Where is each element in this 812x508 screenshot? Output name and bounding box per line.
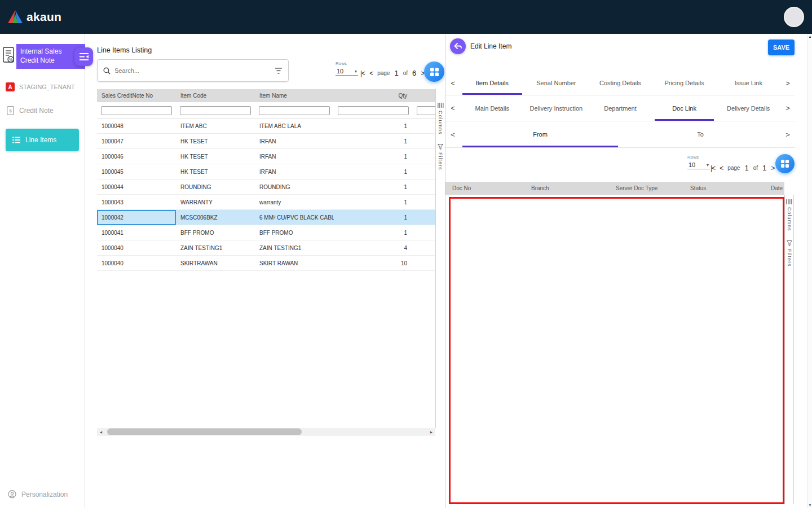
save-button[interactable]: SAVE [768,40,795,55]
col-header-item-name[interactable]: Item Name [255,93,334,99]
tabs-scroll-left-icon[interactable]: < [445,95,460,121]
grid-view-button[interactable] [424,62,444,82]
grip-icon [438,103,444,108]
filter-list-icon[interactable] [275,68,283,74]
first-page-icon[interactable]: |< [360,69,365,77]
table-row[interactable]: 1000040 ZAIN TESTING1 ZAIN TESTING1 4 [97,240,435,256]
table-row[interactable]: 1000046 HK TESET IRFAN 1 [97,149,435,164]
rows-select[interactable]: 10 ▾ [336,67,358,76]
sidebar-collapse-button[interactable] [74,47,93,66]
brand-logo[interactable]: akaun [8,10,61,24]
prev-page-icon[interactable]: < [720,164,723,172]
sidebar-item-line-items[interactable]: Line Items [6,129,79,151]
tenant-row[interactable]: A STAGING_TENANT [0,79,85,95]
sidebar-item-credit-note[interactable]: $ Credit Note [0,103,85,119]
tab-pricing-details[interactable]: Pricing Details [652,71,717,95]
rows-select[interactable]: 10 ▾ [687,161,710,169]
tab-delivery-instruction[interactable]: Delivery Instruction [524,95,589,121]
cell-qty: 1 [334,138,413,144]
rows-per-page: Rows 10 ▾ [687,155,712,169]
tab-issue-link[interactable]: Issue Link [716,71,780,95]
tabs-scroll-left-icon[interactable]: < [445,121,460,147]
page-word: page [377,70,390,76]
tab-main-details[interactable]: Main Details [460,95,524,121]
scrollbar-thumb[interactable] [107,428,302,435]
columns-toggle[interactable]: Columns [787,207,792,231]
tab-department[interactable]: Department [588,95,652,121]
horizontal-scrollbar[interactable]: ◄ ► [97,428,435,436]
tabs-scroll-right-icon[interactable]: > [780,95,795,121]
col-header-doc-no[interactable]: Doc No [445,185,524,191]
tab-item-details[interactable]: Item Details [460,71,524,95]
scroll-left-icon[interactable]: ◄ [97,430,105,434]
scroll-up-icon[interactable]: ▲ [807,35,812,38]
search-icon [103,67,111,75]
filters-toggle[interactable]: Filters [787,249,792,267]
panel-title: Line Items Listing [97,46,152,54]
filter-input-item-code[interactable] [180,106,251,115]
col-header-qty[interactable]: Qty [334,93,413,99]
edit-line-item-panel: Edit Line Item SAVE < Item Details Seria… [445,34,812,508]
tab-to[interactable]: To [620,121,780,147]
tab-from[interactable]: From [460,121,620,147]
table-row[interactable]: 1000040 SKIRTRAWAN SKIRT RAWAN 10 [97,256,435,271]
tab-serial-number[interactable]: Serial Number [524,71,589,95]
credit-note-module-icon: % [1,46,16,68]
line-items-listing-panel: Line Items Listing Rows 10 ▾ |< < page 1… [86,34,445,508]
filter-input-item-name[interactable] [259,106,330,115]
col-header-server-doc-type[interactable]: Server Doc Type [609,185,683,191]
columns-toggle[interactable]: Columns [438,111,443,135]
grid-icon [781,160,789,168]
caret-down-icon: ▾ [707,163,709,168]
cell-item-code: SKIRTRAWAN [176,260,255,266]
col-header-item-code[interactable]: Item Code [176,93,255,99]
table-row[interactable]: 1000043 WARRANTY warranty 1 [97,195,435,210]
cell-qty: 1 [334,184,413,190]
col-header-date[interactable]: Date [764,185,784,191]
table-row[interactable]: 1000048 ITEM ABC ITEM ABC LALA 1 [97,119,435,134]
search-input[interactable] [114,67,271,74]
grid-view-button[interactable] [775,154,795,173]
table-row-selected[interactable]: 1000042 MCSC006BKZ 6 MM² CU/PVC BLACK CA… [97,210,435,225]
total-pages: 6 [412,69,416,77]
tab-delivery-details[interactable]: Delivery Details [716,95,780,121]
col-header-status[interactable]: Status [683,185,764,191]
panel-title: Edit Line Item [470,42,511,50]
cell-qty: 1 [334,154,413,160]
cell-item-name: ROUNDING [255,184,334,190]
user-avatar[interactable] [784,7,804,27]
filter-input-qty[interactable] [338,106,409,115]
cell-creditnote-no: 1000044 [97,184,176,190]
tab-costing-details[interactable]: Costing Details [588,71,652,95]
cell-item-name: 6 MM² CU/PVC BLACK CABLE 1... [255,214,334,221]
grip-icon [786,199,792,204]
scroll-down-icon[interactable]: ▼ [807,503,812,507]
rows-value: 10 [689,161,695,168]
tab-doc-link[interactable]: Doc Link [652,95,717,121]
table-row[interactable]: 1000041 BFF PROMO BFF PROMO 1 [97,225,435,240]
cell-qty: 1 [334,169,413,175]
col-header-creditnote-no[interactable]: Sales CreditNote No [97,93,176,99]
col-header-branch[interactable]: Branch [524,185,609,191]
filter-input-creditnote-no[interactable] [101,106,172,115]
cell-item-code: WARRANTY [176,199,255,205]
tabs-scroll-right-icon[interactable]: > [780,121,795,147]
filters-toggle[interactable]: Filters [438,152,443,170]
table-row[interactable]: 1000044 ROUNDING ROUNDING 1 [97,179,435,195]
prev-page-icon[interactable]: < [369,69,373,77]
tabs-row-item: < Item Details Serial Number Costing Det… [445,71,795,95]
personalization-link[interactable]: Personalization [8,490,68,498]
current-page: 1 [394,69,398,77]
back-button[interactable] [450,38,466,54]
cell-item-name: IRFAN [255,138,334,144]
vertical-scrollbar[interactable]: ▲ ▼ [807,34,812,508]
tabs-scroll-left-icon[interactable]: < [445,71,460,95]
scroll-right-icon[interactable]: ► [427,430,435,434]
first-page-icon[interactable]: |< [710,164,715,172]
filter-input-extra[interactable] [417,106,435,115]
tabs-scroll-right-icon[interactable]: > [780,71,795,95]
cell-qty: 1 [334,199,413,205]
next-page-icon[interactable]: > [771,164,774,172]
table-row[interactable]: 1000045 HK TESET IRFAN 1 [97,164,435,179]
table-row[interactable]: 1000047 HK TESET IRFAN 1 [97,134,435,149]
